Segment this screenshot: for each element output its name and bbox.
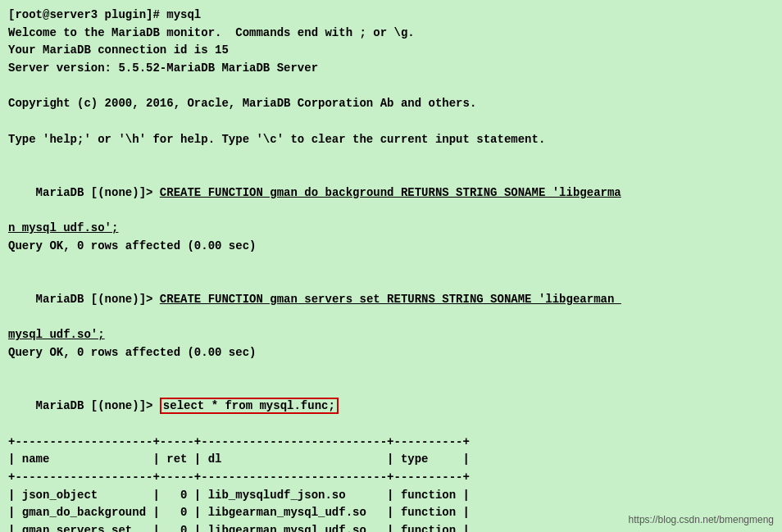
line-cmd2: MariaDB [(none)]> CREATE FUNCTION gman_s…	[8, 273, 774, 326]
line-cmd3: MariaDB [(none)]> select * from mysql.fu…	[8, 380, 774, 433]
line-empty4	[8, 256, 774, 274]
line-cmd2-wrap: mysql_udf.so';	[8, 326, 774, 344]
line-empty5	[8, 362, 774, 380]
terminal-window: [root@server3 plugin]# mysql Welcome to …	[0, 0, 782, 532]
cmd3-highlighted: select * from mysql.func;	[160, 398, 339, 414]
line-empty2	[8, 113, 774, 131]
cmd1-text: CREATE FUNCTION gman_do_background RETUR…	[160, 186, 621, 199]
watermark: https://blog.csdn.net/bmengmeng	[629, 514, 774, 525]
line-welcome: Welcome to the MariaDB monitor. Commands…	[8, 25, 774, 43]
cmd2-text: CREATE FUNCTION gman_servers_set RETURNS…	[160, 293, 621, 306]
line-cmd1: MariaDB [(none)]> CREATE FUNCTION gman_d…	[8, 166, 774, 220]
line-typehelp: Type 'help;' or '\h' for help. Type '\c'…	[8, 131, 774, 149]
line-empty1	[8, 78, 774, 96]
cmd1-prompt: MariaDB [(none)]>	[36, 186, 160, 199]
line-conn-id: Your MariaDB connection id is 15	[8, 42, 774, 60]
line-cmd1-wrap: n_mysql_udf.so';	[8, 220, 774, 238]
line-cmd2-result: Query OK, 0 rows affected (0.00 sec)	[8, 344, 774, 362]
cmd2-prompt: MariaDB [(none)]>	[36, 293, 160, 306]
table-row1: | json_object | 0 | lib_mysqludf_json.so…	[8, 487, 774, 505]
line-prompt-mysql: [root@server3 plugin]# mysql	[8, 7, 774, 25]
table-sep1: +--------------------+-----+------------…	[8, 434, 774, 452]
line-copyright: Copyright (c) 2000, 2016, Oracle, MariaD…	[8, 95, 774, 113]
line-server-ver: Server version: 5.5.52-MariaDB MariaDB S…	[8, 60, 774, 78]
line-cmd1-result: Query OK, 0 rows affected (0.00 sec)	[8, 238, 774, 256]
line-empty3	[8, 149, 774, 167]
table-header: | name | ret | dl | type |	[8, 451, 774, 469]
table-sep2: +--------------------+-----+------------…	[8, 469, 774, 487]
cmd3-prompt: MariaDB [(none)]>	[36, 399, 160, 412]
